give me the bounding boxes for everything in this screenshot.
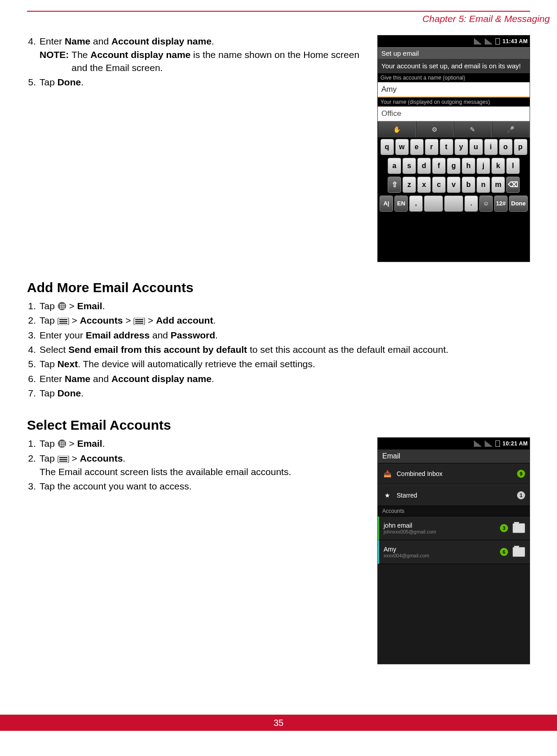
status-bar: 10:21 AM <box>378 438 530 449</box>
key[interactable]: g <box>447 158 460 174</box>
list-item: 1.Tap > Email. <box>27 437 368 450</box>
menu-icon <box>133 318 145 325</box>
screenshot-email-accounts: 10:21 AM Email 📥 Combined Inbox 9 ★ Star… <box>377 437 530 664</box>
key[interactable]: l <box>506 158 520 174</box>
key[interactable]: d <box>417 158 431 174</box>
key[interactable]: u <box>469 139 483 155</box>
chapter-title: Chapter 5: Email & Messaging <box>0 12 550 35</box>
heading-add-more: Add More Email Accounts <box>27 280 530 295</box>
keyboard: qwertyuiopasdfghjkl⇧zxcvbnm⌫A|EN,.☺12#Do… <box>378 138 530 213</box>
list-item: 5.Tap Next. The device will automaticall… <box>27 358 530 370</box>
status-bar: 11:43 AM <box>378 36 530 47</box>
mic-icon[interactable]: 🎤 <box>492 121 530 138</box>
key[interactable]: , <box>409 196 423 212</box>
list-item: 5.Tap Done. <box>27 76 368 89</box>
star-icon: ★ <box>382 490 392 500</box>
key[interactable]: ⇧ <box>388 177 401 193</box>
menu-icon <box>57 456 69 463</box>
list-item: 6.Enter Name and Account display name. <box>27 373 530 385</box>
accounts-header: Accounts <box>378 506 530 516</box>
key[interactable]: s <box>402 158 416 174</box>
edit-icon[interactable]: ✎ <box>454 121 492 138</box>
account-row[interactable]: john emailjohnxxx005@gmail.com3 <box>378 516 530 540</box>
page-number: 35 <box>274 718 283 728</box>
list-item: 3.Tap the account you want to access. <box>27 480 368 493</box>
hand-icon[interactable]: ✋ <box>378 121 416 138</box>
folder-icon[interactable] <box>513 547 525 557</box>
folder-icon[interactable] <box>513 523 525 533</box>
list-item: 2.Tap > Accounts > > Add account. <box>27 314 530 327</box>
app-bar: Email <box>378 449 530 463</box>
account-badge: 6 <box>500 548 508 556</box>
key[interactable]: h <box>462 158 475 174</box>
starred-row[interactable]: ★ Starred 1 <box>378 485 530 506</box>
gear-icon[interactable]: ⚙ <box>416 121 454 138</box>
key[interactable]: i <box>484 139 498 155</box>
key[interactable]: a <box>388 158 401 174</box>
inbox-icon: 📥 <box>382 469 392 479</box>
key[interactable] <box>444 196 463 212</box>
key[interactable]: Done <box>509 196 528 212</box>
key[interactable]: ☺ <box>479 196 493 212</box>
key[interactable]: x <box>417 177 431 193</box>
key[interactable]: p <box>514 139 527 155</box>
key[interactable] <box>424 196 443 212</box>
ime-toolbar: ✋ ⚙ ✎ 🎤 <box>378 121 530 138</box>
list-item: 1.Tap > Email. <box>27 300 530 312</box>
select-steps-list: 1.Tap > Email.2.Tap > Accounts.The Email… <box>27 437 368 664</box>
key[interactable]: t <box>440 139 453 155</box>
apps-icon <box>57 439 66 448</box>
key[interactable]: e <box>410 139 424 155</box>
menu-icon <box>57 318 69 325</box>
account-row[interactable]: Amyxxxx004@gmail.com6 <box>378 540 530 564</box>
key[interactable]: j <box>477 158 490 174</box>
key[interactable]: z <box>402 177 416 193</box>
key[interactable]: q <box>380 139 394 155</box>
key[interactable]: . <box>464 196 478 212</box>
key[interactable]: n <box>477 177 490 193</box>
list-item: 2.Tap > Accounts.The Email account scree… <box>27 452 368 479</box>
page-footer: 35 <box>0 715 557 731</box>
combined-inbox-row[interactable]: 📥 Combined Inbox 9 <box>378 463 530 485</box>
key[interactable]: c <box>432 177 446 193</box>
your-name-input[interactable]: Office <box>378 107 530 121</box>
apps-icon <box>57 302 66 311</box>
key[interactable]: b <box>462 177 475 193</box>
list-item: 3.Enter your Email address and Password. <box>27 329 530 342</box>
add-steps-list: 1.Tap > Email.2.Tap > Accounts > > Add a… <box>27 300 530 400</box>
list-item: 4.Select Send email from this account by… <box>27 343 530 356</box>
phone-title: Set up email <box>378 47 530 59</box>
key[interactable]: r <box>425 139 438 155</box>
key[interactable]: f <box>432 158 446 174</box>
key[interactable]: o <box>499 139 513 155</box>
screenshot-setup-email: 11:43 AM Set up email Your account is se… <box>377 35 530 262</box>
key[interactable]: ⌫ <box>506 177 520 193</box>
list-item: 4.Enter Name and Account display name.NO… <box>27 35 368 74</box>
account-name-input[interactable]: Amy <box>378 82 530 98</box>
account-badge: 3 <box>500 524 508 532</box>
top-steps: 4.Enter Name and Account display name.NO… <box>27 35 368 262</box>
key[interactable]: m <box>491 177 505 193</box>
key[interactable]: A| <box>380 196 393 212</box>
key[interactable]: EN <box>394 196 408 212</box>
phone-subtitle: Your account is set up, and email is on … <box>378 59 530 73</box>
starred-badge: 1 <box>517 491 525 499</box>
key[interactable]: 12# <box>494 196 508 212</box>
key[interactable]: k <box>491 158 505 174</box>
key[interactable]: y <box>455 139 468 155</box>
key[interactable]: v <box>447 177 460 193</box>
combined-badge: 9 <box>517 470 525 478</box>
list-item: 7.Tap Done. <box>27 387 530 400</box>
key[interactable]: w <box>395 139 409 155</box>
heading-select: Select Email Accounts <box>27 418 530 433</box>
